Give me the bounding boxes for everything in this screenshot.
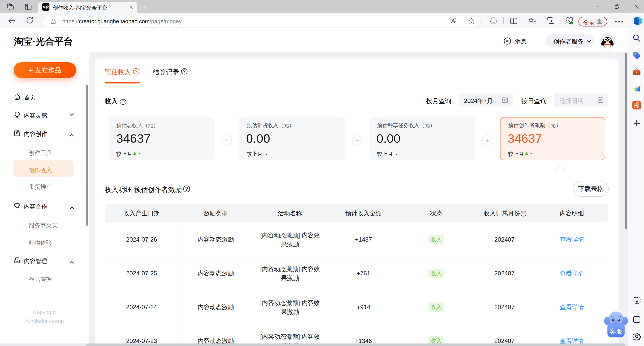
svg-text:客服: 客服	[610, 328, 622, 335]
